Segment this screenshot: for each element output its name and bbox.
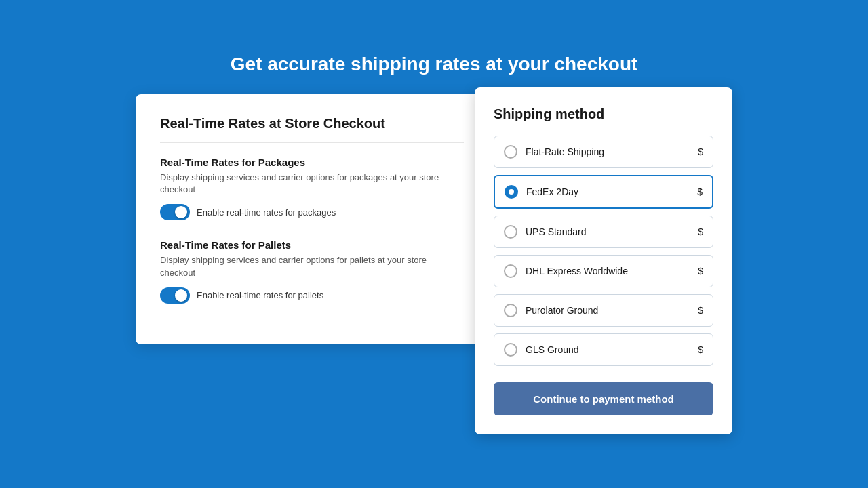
- radio-dhl-express: [504, 264, 517, 278]
- radio-fedex-2day: [505, 185, 518, 199]
- right-card-title: Shipping method: [494, 106, 713, 122]
- shipping-options-list: Flat-Rate Shipping$FedEx 2Day$UPS Standa…: [494, 136, 713, 366]
- radio-flat-rate: [504, 145, 517, 159]
- packages-section: Real-Time Rates for Packages Display shi…: [160, 157, 464, 220]
- option-label-gls-ground: GLS Ground: [526, 344, 579, 355]
- packages-toggle-row: Enable real-time rates for packages: [160, 204, 464, 220]
- option-price-gls-ground: $: [698, 344, 703, 355]
- packages-section-title: Real-Time Rates for Packages: [160, 157, 464, 168]
- left-card: Real-Time Rates at Store Checkout Real-T…: [136, 94, 488, 344]
- pallets-section-title: Real-Time Rates for Pallets: [160, 239, 464, 251]
- left-card-title: Real-Time Rates at Store Checkout: [160, 116, 464, 143]
- radio-gls-ground: [504, 343, 517, 357]
- option-price-dhl-express: $: [698, 266, 703, 277]
- shipping-option-ups-standard[interactable]: UPS Standard$: [494, 216, 713, 248]
- option-price-purolator-ground: $: [698, 305, 703, 316]
- pallets-toggle-label: Enable real-time rates for pallets: [197, 290, 323, 300]
- shipping-option-dhl-express[interactable]: DHL Express Worldwide$: [494, 255, 713, 287]
- shipping-option-purolator-ground[interactable]: Purolator Ground$: [494, 294, 713, 327]
- option-price-flat-rate: $: [698, 146, 703, 157]
- shipping-option-fedex-2day[interactable]: FedEx 2Day$: [494, 175, 713, 209]
- right-card: Shipping method Flat-Rate Shipping$FedEx…: [475, 87, 732, 434]
- option-price-ups-standard: $: [698, 226, 703, 237]
- packages-toggle-label: Enable real-time rates for packages: [197, 207, 336, 218]
- packages-toggle[interactable]: [160, 204, 190, 220]
- option-label-purolator-ground: Purolator Ground: [526, 305, 598, 316]
- cards-container: Real-Time Rates at Store Checkout Real-T…: [136, 94, 732, 434]
- packages-section-desc: Display shipping services and carrier op…: [160, 171, 464, 196]
- option-price-fedex-2day: $: [697, 186, 703, 197]
- page-title: Get accurate shipping rates at your chec…: [231, 54, 638, 75]
- radio-purolator-ground: [504, 304, 517, 317]
- pallets-toggle[interactable]: [160, 287, 190, 304]
- pallets-toggle-row: Enable real-time rates for pallets: [160, 287, 464, 304]
- option-label-flat-rate: Flat-Rate Shipping: [526, 146, 604, 157]
- option-label-ups-standard: UPS Standard: [526, 226, 587, 237]
- pallets-section: Real-Time Rates for Pallets Display ship…: [160, 239, 464, 303]
- option-label-dhl-express: DHL Express Worldwide: [526, 266, 628, 277]
- shipping-option-flat-rate[interactable]: Flat-Rate Shipping$: [494, 136, 713, 168]
- shipping-option-gls-ground[interactable]: GLS Ground$: [494, 333, 713, 366]
- option-label-fedex-2day: FedEx 2Day: [526, 186, 578, 197]
- radio-ups-standard: [504, 225, 517, 239]
- continue-to-payment-button[interactable]: Continue to payment method: [494, 382, 713, 415]
- pallets-section-desc: Display shipping services and carrier op…: [160, 254, 464, 279]
